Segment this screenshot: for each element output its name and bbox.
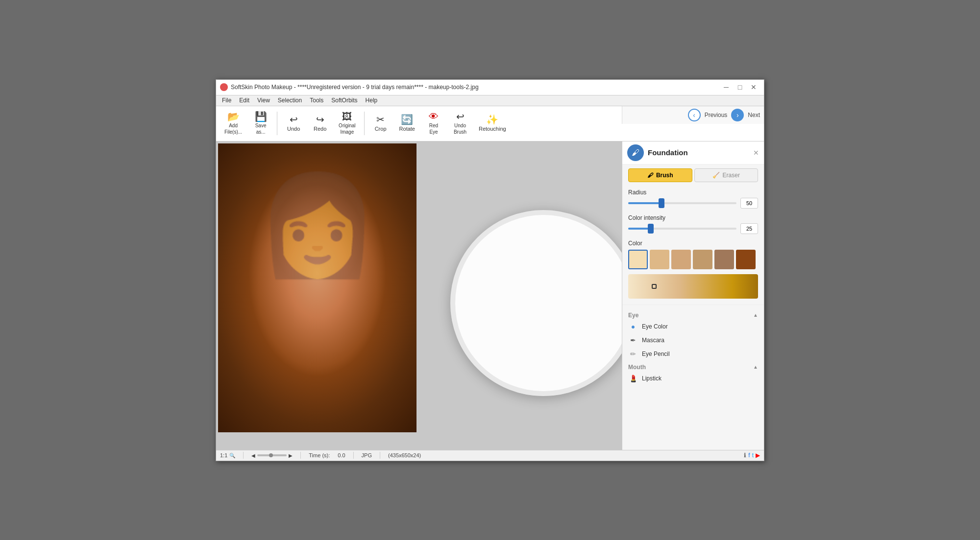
mouth-section-arrow: ▲ <box>753 364 758 370</box>
save-as-icon: 💾 <box>255 112 267 121</box>
close-button[interactable]: ✕ <box>747 81 760 94</box>
next-label[interactable]: Next <box>748 112 760 118</box>
twitter-icon[interactable]: t <box>752 452 754 459</box>
retouching-button[interactable]: ✨ Retouching <box>474 109 511 138</box>
color-swatch-3[interactable] <box>671 250 691 269</box>
eye-section-header: Eye ▲ <box>622 309 764 320</box>
radius-label: Radius <box>628 189 758 196</box>
eye-pencil-item[interactable]: ✏ Eye Pencil <box>622 347 764 361</box>
eraser-label: Eraser <box>723 172 740 179</box>
status-sep-2 <box>300 452 301 459</box>
title-bar: SoftSkin Photo Makeup - ****Unregistered… <box>216 80 764 95</box>
save-as-button[interactable]: 💾 Save as... <box>248 109 273 138</box>
next-nav-button[interactable]: › <box>731 109 744 121</box>
undo-button[interactable]: ↩ Undo <box>281 109 306 138</box>
mouth-section-label: Mouth <box>628 364 646 371</box>
color-intensity-value[interactable]: 25 <box>740 223 758 234</box>
radius-value[interactable]: 50 <box>740 198 758 209</box>
eraser-icon: 🧹 <box>712 172 720 179</box>
status-sep-4 <box>380 452 380 459</box>
color-swatch-2[interactable] <box>650 250 669 269</box>
eraser-button[interactable]: 🧹 Eraser <box>694 168 759 182</box>
previous-label[interactable]: Previous <box>705 112 728 118</box>
youtube-icon[interactable]: ▶ <box>756 452 760 459</box>
red-eye-button[interactable]: 👁 Red Eye <box>421 109 446 138</box>
save-as-label: Save as... <box>255 122 267 135</box>
color-swatch-5[interactable] <box>714 250 734 269</box>
color-swatch-4[interactable] <box>693 250 712 269</box>
undo-brush-button[interactable]: ↩ Undo Brush <box>448 109 472 138</box>
lipstick-item[interactable]: 💄 Lipstick <box>622 372 764 385</box>
add-files-button[interactable]: 📂 Add File(s)... <box>220 109 246 138</box>
minimize-button[interactable]: ─ <box>720 81 733 94</box>
menu-bar: File Edit View Selection Tools SoftOrbit… <box>216 95 764 106</box>
original-image-label: Original Image <box>339 122 355 135</box>
svg-point-4 <box>336 168 414 364</box>
panel-close-button[interactable]: ✕ <box>753 149 759 157</box>
brush-label: Brush <box>656 172 673 179</box>
time-label: Time (s): <box>309 452 330 458</box>
menu-edit[interactable]: Edit <box>235 96 253 105</box>
menu-view[interactable]: View <box>253 96 274 105</box>
undo-icon: ↩ <box>290 115 298 124</box>
color-intensity-thumb[interactable] <box>648 224 654 234</box>
zoom-control: 1:1 🔍 <box>220 452 235 458</box>
facebook-icon[interactable]: f <box>748 452 750 459</box>
eye-color-icon: ● <box>628 323 638 330</box>
redo-icon: ↪ <box>316 115 324 124</box>
radius-thumb[interactable] <box>659 198 664 208</box>
format-value: JPG <box>362 452 372 458</box>
menu-softorbits[interactable]: SoftOrbits <box>327 96 361 105</box>
crop-icon: ✂ <box>376 115 385 124</box>
color-gradient-picker[interactable] <box>628 274 758 299</box>
menu-selection[interactable]: Selection <box>274 96 306 105</box>
radius-slider-row: 50 <box>628 198 758 209</box>
original-image-button[interactable]: 🖼 Original Image <box>334 109 360 138</box>
panel-title: Foundation <box>648 148 688 157</box>
eye-section-label: Eye <box>628 312 638 319</box>
color-intensity-section: Color intensity 25 <box>622 211 764 237</box>
eye-pencil-icon: ✏ <box>628 350 638 358</box>
slider-left-icon: ◀ <box>251 453 255 458</box>
dimensions-value: (435x650x24) <box>388 452 421 458</box>
toolbar-separator-1 <box>277 112 277 135</box>
color-intensity-fill <box>628 228 650 230</box>
slider-right-icon: ▶ <box>289 453 293 458</box>
previous-nav-button[interactable]: ‹ <box>688 109 701 121</box>
mascara-item[interactable]: ✒ Mascara <box>622 333 764 347</box>
svg-point-1 <box>218 143 416 432</box>
svg-point-8 <box>287 262 306 274</box>
color-swatch-1[interactable] <box>628 250 648 269</box>
crop-label: Crop <box>375 125 387 132</box>
radius-section: Radius 50 <box>622 186 764 211</box>
photo-container <box>218 143 416 432</box>
redo-button[interactable]: ↪ Redo <box>308 109 332 138</box>
add-files-label: Add File(s)... <box>224 122 242 135</box>
svg-point-9 <box>290 263 303 273</box>
crop-button[interactable]: ✂ Crop <box>368 109 393 138</box>
rotate-button[interactable]: 🔄 Rotate <box>395 109 419 138</box>
color-swatch-6[interactable] <box>736 250 756 269</box>
status-slider-track[interactable] <box>257 454 287 456</box>
divider-1 <box>622 305 764 305</box>
photo-svg <box>218 143 416 432</box>
menu-help[interactable]: Help <box>362 96 382 105</box>
svg-point-13 <box>332 265 339 272</box>
canvas-area <box>216 141 622 450</box>
brush-icon: 🖌 <box>647 172 653 179</box>
color-label: Color <box>628 240 758 247</box>
eye-color-item[interactable]: ● Eye Color <box>622 320 764 333</box>
main-window: SoftSkin Photo Makeup - ****Unregistered… <box>216 79 764 461</box>
toolbar: 📂 Add File(s)... 💾 Save as... ↩ Undo ↪ R… <box>216 106 764 141</box>
rotate-label: Rotate <box>399 125 415 132</box>
status-slider: ◀ ▶ <box>251 453 293 458</box>
menu-tools[interactable]: Tools <box>306 96 327 105</box>
brush-button[interactable]: 🖌 Brush <box>628 168 692 182</box>
gradient-cursor <box>652 284 657 289</box>
eye-pencil-label: Eye Pencil <box>642 351 670 357</box>
maximize-button[interactable]: □ <box>734 81 746 94</box>
color-section: Color <box>622 237 764 272</box>
info-icon[interactable]: ℹ <box>744 452 746 459</box>
menu-file[interactable]: File <box>218 96 235 105</box>
eye-section-arrow: ▲ <box>753 312 758 318</box>
